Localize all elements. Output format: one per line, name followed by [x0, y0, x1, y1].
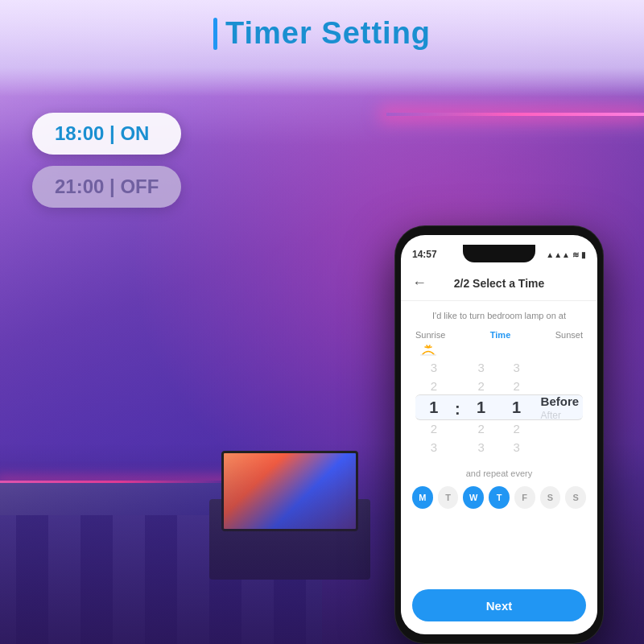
col3-selected: 1 [512, 396, 521, 419]
timer-on-pill[interactable]: 18:00 | ON [32, 113, 181, 155]
days-row: M T W T F S [412, 486, 586, 509]
time-label: Time [490, 330, 510, 340]
sunrise-area [412, 345, 586, 357]
sunrise-label: Sunrise [415, 330, 445, 340]
app-content: I'd like to turn bedroom lamp on at Sunr… [401, 301, 597, 634]
next-button[interactable]: Next [412, 589, 586, 621]
col1-num3b: 3 [431, 439, 437, 456]
day-T1[interactable]: T [438, 486, 459, 509]
phone-outer: 14:57 ▲▲▲ ≋ ▮ ← 2/2 Select a Time I'd li… [394, 225, 604, 644]
col2-num3b: 3 [477, 439, 484, 456]
col2-num3: 3 [477, 359, 484, 376]
col3-num3: 3 [513, 359, 519, 376]
picker-col-1: 3 2 1 2 3 [419, 359, 448, 456]
status-time: 14:57 [412, 249, 437, 260]
day-S2[interactable]: S [565, 486, 586, 509]
timer-off-label: 21:00 | OFF [55, 175, 159, 197]
col3-num3b: 3 [513, 439, 519, 456]
before-label: Before [541, 394, 580, 408]
col2-selected: 1 [477, 396, 485, 419]
day-F[interactable]: F [514, 486, 535, 509]
before-after: Before After [541, 394, 580, 421]
app-header: ← 2/2 Select a Time [401, 266, 597, 301]
after-label: After [541, 410, 561, 421]
next-label: Next [486, 599, 513, 613]
phone-mockup: 14:57 ▲▲▲ ≋ ▮ ← 2/2 Select a Time I'd li… [394, 225, 604, 644]
day-T2[interactable]: T [489, 486, 510, 509]
picker-sep-1: : [455, 400, 460, 419]
sunset-label: Sunset [555, 330, 583, 340]
battery-icon: ▮ [581, 250, 586, 259]
col1-num3: 3 [431, 359, 437, 376]
day-S1[interactable]: S [540, 486, 561, 509]
page-title-area: Timer Setting [0, 16, 644, 51]
wall-light-top [386, 113, 644, 116]
repeat-label: and repeat every [412, 469, 586, 478]
col1-num2b: 2 [431, 420, 437, 437]
page-title: Timer Setting [225, 16, 431, 51]
subtitle: I'd like to turn bedroom lamp on at [412, 311, 586, 320]
signal-icon: ▲▲▲ [546, 250, 570, 259]
header-title: 2/2 Select a Time [454, 277, 545, 290]
wifi-icon: ≋ [572, 250, 579, 259]
col1-num2: 2 [431, 378, 437, 394]
col2-num2b: 2 [477, 420, 484, 437]
timer-off-pill[interactable]: 21:00 | OFF [32, 166, 181, 208]
col3-num2: 2 [513, 378, 519, 394]
day-W[interactable]: W [463, 486, 484, 509]
title-bar-icon [213, 18, 217, 50]
back-button[interactable]: ← [412, 275, 427, 291]
phone-screen: 14:57 ▲▲▲ ≋ ▮ ← 2/2 Select a Time I'd li… [401, 235, 597, 634]
col3-num2b: 2 [513, 420, 519, 437]
day-M[interactable]: M [412, 486, 433, 509]
col2-num2: 2 [477, 378, 484, 394]
picker-col-3: 3 2 1 2 3 [502, 359, 531, 456]
picker-labels: Sunrise Time Sunset [412, 330, 586, 340]
sunrise-icon [419, 345, 438, 357]
phone-notch [463, 245, 535, 262]
status-icons: ▲▲▲ ≋ ▮ [546, 250, 586, 259]
col1-selected: 1 [429, 396, 438, 419]
picker-area[interactable]: 3 2 1 2 3 : 3 2 1 2 3 [412, 359, 586, 456]
timer-pills: 18:00 | ON 21:00 | OFF [32, 113, 181, 208]
timer-on-label: 18:00 | ON [55, 122, 149, 144]
picker-col-2: 3 2 1 2 3 [467, 359, 496, 456]
